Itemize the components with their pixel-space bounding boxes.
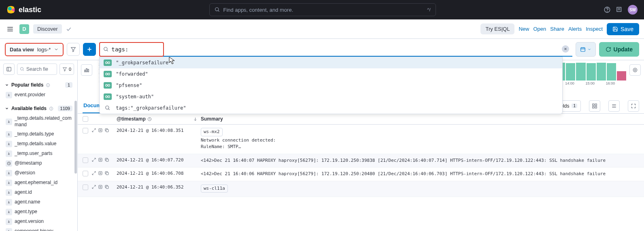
- field-item[interactable]: kagent.type: [3, 207, 74, 217]
- field-item[interactable]: kagent.version: [3, 217, 74, 227]
- chart-bar[interactable]: [576, 63, 585, 81]
- suggestion-item[interactable]: "pfsense": [100, 80, 562, 91]
- col-timestamp[interactable]: @timestamp: [117, 116, 198, 122]
- histogram-toggle-button[interactable]: [81, 64, 92, 76]
- copy-icon[interactable]: [104, 171, 109, 176]
- field-item[interactable]: @timestamp: [3, 159, 74, 168]
- field-item[interactable]: kcomponent.binary: [3, 227, 74, 231]
- popular-fields-header[interactable]: Popular fields 1: [3, 80, 74, 90]
- row-summary: <142>Dec 21 16:40:07 HAPROXY haproxy[562…: [201, 157, 639, 164]
- update-button[interactable]: Update: [599, 42, 639, 57]
- expand-icon[interactable]: [91, 184, 96, 189]
- view-icon[interactable]: [98, 128, 103, 133]
- field-item[interactable]: k_temp.details.value: [3, 139, 74, 149]
- field-type-icon: k: [6, 199, 12, 206]
- field-item[interactable]: kagent.ephemeral_id: [3, 178, 74, 188]
- field-item[interactable]: kagent.id: [3, 188, 74, 197]
- value-icon: [104, 93, 112, 100]
- svg-point-13: [106, 62, 108, 64]
- density-button[interactable]: [608, 100, 620, 112]
- row-checkbox[interactable]: [83, 184, 88, 190]
- suggestion-item[interactable]: "system-auth": [100, 91, 562, 102]
- query-input[interactable]: tags:: [99, 42, 164, 57]
- svg-rect-48: [593, 106, 594, 108]
- view-icon[interactable]: [98, 171, 103, 176]
- nav-toggle-button[interactable]: [5, 24, 15, 34]
- suggestion-item[interactable]: tags:"_grokparsefailure": [100, 102, 562, 114]
- svg-rect-43: [88, 69, 89, 72]
- field-item[interactable]: kevent.provider: [3, 90, 74, 100]
- chart-bar[interactable]: [587, 63, 596, 81]
- row-checkbox[interactable]: [83, 128, 88, 134]
- field-filter-count: 0: [69, 67, 71, 72]
- info-icon: [46, 83, 50, 87]
- query-input-rest[interactable]: [163, 42, 572, 57]
- help-icon[interactable]: [604, 6, 611, 13]
- dataview-value: logs-*: [37, 47, 51, 53]
- suggestion-item[interactable]: "forwarded": [100, 68, 562, 80]
- field-filter-button[interactable]: 0: [60, 64, 74, 75]
- brand[interactable]: elastic: [6, 5, 41, 14]
- row-checkbox[interactable]: [83, 171, 88, 176]
- suggestion-item[interactable]: "_grokparsefailure": [100, 57, 562, 68]
- sidebar-scrollbar[interactable]: [74, 101, 77, 174]
- row-checkbox[interactable]: [83, 157, 88, 163]
- available-fields-header[interactable]: Available fields 1109: [3, 103, 74, 114]
- view-icon[interactable]: [98, 157, 103, 162]
- fullscreen-button[interactable]: [628, 100, 639, 112]
- dataview-selector[interactable]: Data view logs-*: [5, 43, 64, 56]
- view-icon[interactable]: [98, 184, 103, 189]
- expand-icon[interactable]: [91, 171, 96, 176]
- svg-rect-75: [99, 185, 102, 189]
- list-icon: [611, 103, 617, 109]
- display-options-button[interactable]: [589, 100, 600, 112]
- newsfeed-icon[interactable]: [616, 6, 623, 13]
- row-actions: [91, 128, 113, 133]
- col-summary[interactable]: Summary: [201, 116, 223, 122]
- field-item[interactable]: k_temp.details.type: [3, 129, 74, 139]
- field-item[interactable]: kagent.name: [3, 197, 74, 207]
- close-icon: [564, 47, 567, 51]
- chart-bar[interactable]: [597, 63, 606, 81]
- elastic-logo-icon: [6, 5, 15, 14]
- host-chip[interactable]: ws-cl11a: [201, 184, 228, 193]
- field-item[interactable]: k@version: [3, 168, 74, 178]
- try-esql-button[interactable]: Try ES|QL: [480, 23, 514, 34]
- field-name: agent.version: [15, 218, 44, 225]
- field-item[interactable]: k_temp.details.related_command: [3, 114, 74, 129]
- select-all-checkbox[interactable]: [83, 116, 88, 122]
- svg-point-11: [104, 47, 107, 51]
- share-button[interactable]: Share: [550, 26, 564, 32]
- copy-icon[interactable]: [104, 184, 109, 189]
- copy-icon[interactable]: [104, 157, 109, 162]
- field-name: _temp.details.value: [15, 141, 56, 147]
- svg-rect-46: [593, 104, 594, 105]
- chart-options-button[interactable]: [629, 64, 641, 76]
- clock-icon: [147, 117, 152, 121]
- open-button[interactable]: Open: [533, 26, 546, 32]
- new-button[interactable]: New: [519, 26, 529, 32]
- chart-bar[interactable]: [607, 63, 616, 81]
- field-item[interactable]: k_temp.user_parts: [3, 149, 74, 159]
- chart-bar[interactable]: [617, 71, 626, 81]
- global-search[interactable]: Find apps, content, and more. ^/: [209, 3, 436, 16]
- svg-line-12: [107, 50, 108, 51]
- host-chip[interactable]: ws-mx2: [201, 128, 223, 136]
- sidebar-toggle-button[interactable]: [3, 64, 15, 75]
- grid-icon: [592, 103, 597, 109]
- filter-button[interactable]: [67, 43, 80, 56]
- expand-icon[interactable]: [91, 128, 96, 133]
- date-picker-button[interactable]: [576, 42, 596, 57]
- field-name: agent.type: [15, 209, 37, 215]
- alerts-button[interactable]: Alerts: [568, 26, 582, 32]
- save-button[interactable]: Save: [607, 23, 639, 35]
- copy-icon[interactable]: [104, 128, 109, 133]
- chart-bar[interactable]: [566, 63, 575, 81]
- add-filter-button[interactable]: [83, 43, 96, 56]
- avatar[interactable]: SW: [628, 5, 638, 15]
- field-search-input[interactable]: Search fie: [17, 64, 57, 75]
- clear-query-button[interactable]: [562, 45, 569, 53]
- inspect-button[interactable]: Inspect: [586, 26, 603, 32]
- app-name-chip[interactable]: Discover: [33, 24, 62, 34]
- expand-icon[interactable]: [91, 157, 96, 162]
